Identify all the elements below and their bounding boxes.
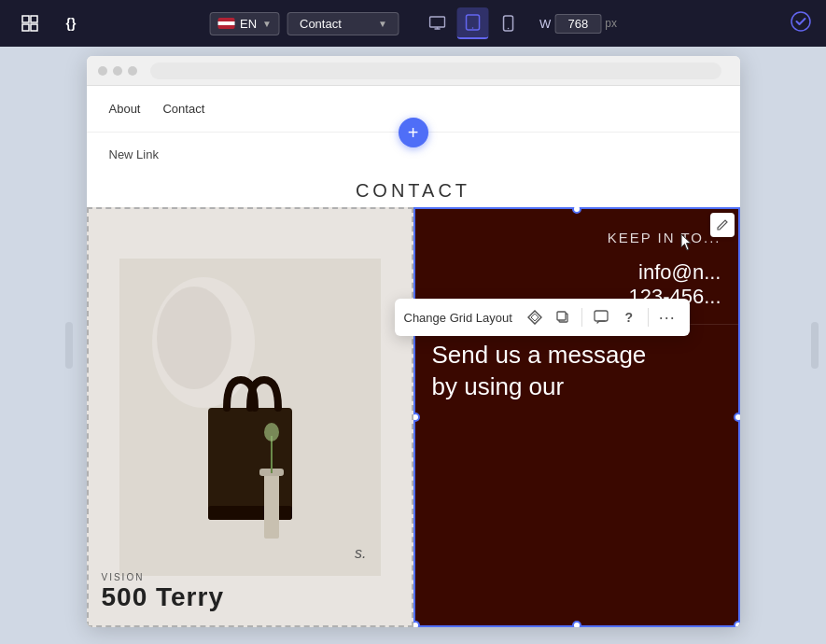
toolbar-divider [581,308,582,327]
new-link-label: New Link [109,147,159,161]
width-unit: px [605,17,617,30]
mobile-button[interactable] [493,7,525,39]
bag-illustration [87,207,413,627]
handle-bottom-right[interactable] [734,621,740,627]
nav-contact[interactable]: Contact [162,102,204,116]
width-label: W [539,17,551,31]
device-buttons [422,7,525,39]
diamond-icon-button[interactable] [522,304,548,330]
right-col-bottom: Send us a message by using our [413,324,740,418]
plus-icon: + [408,122,419,144]
send-msg-text: Send us a message by using our [432,340,721,403]
nav-about[interactable]: About [109,102,141,116]
svg-point-8 [472,27,474,29]
svg-rect-0 [22,16,29,22]
contact-title: CONTACT [356,167,470,207]
canvas-wrapper: About Contact Section #section1 + New Li… [0,47,826,644]
brand-s: s. [355,545,366,562]
vision-label: VISION [102,572,224,582]
left-resize-handle[interactable] [65,322,73,369]
handle-bottom-mid[interactable] [572,621,581,627]
width-value[interactable]: 768 [554,14,601,34]
svg-rect-15 [208,408,292,520]
floating-toolbar: Change Grid Layout ? [395,299,690,336]
confirm-button[interactable] [791,11,811,36]
svg-rect-1 [31,16,37,22]
keep-in-touch: KEEP IN TO... [432,230,721,245]
toolbar-divider-2 [648,308,649,327]
help-icon-button[interactable]: ? [616,304,642,330]
floating-toolbar-label: Change Grid Layout [404,311,512,325]
copy-icon-button[interactable] [550,304,576,330]
svg-rect-3 [31,24,37,31]
lang-chevron-icon: ▼ [262,19,272,29]
chat-icon-button[interactable] [588,304,614,330]
toolbar-center: EN ▼ Contact ▼ [209,7,617,39]
desktop-button[interactable] [422,7,454,39]
svg-rect-22 [557,312,566,320]
page-label: Contact [300,17,342,31]
browser-dot-2 [113,66,122,76]
svg-rect-4 [430,17,445,27]
browser-chrome [87,56,740,86]
svg-point-14 [157,287,231,389]
page-selector[interactable]: Contact ▼ [287,12,399,35]
toolbar-left: {} [15,8,86,38]
browser-url-bar [150,63,721,79]
svg-rect-23 [595,311,608,321]
right-resize-handle[interactable] [811,322,819,369]
browser-dot-1 [98,66,107,76]
svg-rect-17 [264,473,279,539]
site-frame: About Contact Section #section1 + New Li… [87,56,740,627]
width-control: W 768 px [539,14,617,34]
add-section-button[interactable]: + [399,118,428,147]
left-column: s. VISION 500 Terry Created on Editor X [87,207,413,627]
flag-icon [217,18,234,29]
section-header: + New Link CONTACT [87,133,740,207]
svg-rect-16 [208,506,292,520]
page-chevron-icon: ▼ [378,19,387,29]
lang-label: EN [240,17,257,31]
terry-text: 500 Terry [102,582,224,612]
right-column: × Container #box7 KEEP IN TO... info@n..… [413,207,740,627]
handle-bottom-left[interactable] [413,621,420,627]
svg-point-10 [508,28,510,30]
svg-point-20 [264,423,279,441]
svg-point-11 [791,12,810,31]
edit-button[interactable] [710,213,735,237]
email-text: info@n... [432,260,721,285]
grid-icon[interactable] [15,8,45,38]
toolbar-right [791,11,811,36]
language-selector[interactable]: EN ▼ [209,12,280,35]
tablet-button[interactable] [457,7,489,39]
top-toolbar: {} EN ▼ Contact ▼ [0,0,826,47]
code-icon[interactable]: {} [56,8,86,38]
browser-dot-3 [128,66,137,76]
svg-rect-2 [22,24,29,31]
vision-overlay: VISION 500 Terry [102,572,224,612]
content-area: s. VISION 500 Terry Created on Editor X [87,207,740,627]
more-options-button[interactable]: ··· [654,304,680,330]
